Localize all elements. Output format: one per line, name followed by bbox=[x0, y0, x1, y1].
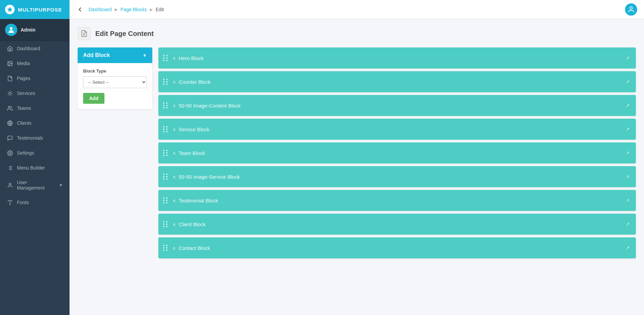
svg-marker-0 bbox=[7, 7, 13, 12]
sidebar-item-fonts-label: Fonts bbox=[17, 200, 63, 205]
drag-handle-counter[interactable] bbox=[163, 79, 168, 85]
app-logo bbox=[5, 5, 15, 14]
sidebar-item-testimonials[interactable]: Testimonials bbox=[0, 131, 70, 145]
user-icon bbox=[7, 182, 13, 188]
breadcrumb-page-blocks[interactable]: Page Blocks bbox=[120, 7, 147, 12]
block-collapse-icon-counter: ∧ bbox=[173, 79, 176, 84]
block-label-contact: Contact Block bbox=[179, 245, 624, 251]
back-button[interactable] bbox=[76, 6, 84, 13]
chat-icon bbox=[7, 135, 13, 141]
page-title-row: Edit Page Content bbox=[78, 27, 636, 40]
home-icon bbox=[7, 45, 13, 52]
sidebar-item-services-label: Services bbox=[17, 91, 63, 96]
block-collapse-icon-service: ∧ bbox=[173, 127, 176, 132]
drag-handle-service[interactable] bbox=[163, 126, 168, 132]
globe-icon bbox=[7, 120, 13, 126]
sidebar-header: MULTIPURPOSE bbox=[0, 0, 70, 19]
drag-handle-hero[interactable] bbox=[163, 55, 168, 61]
block-type-select[interactable]: -- Select -- Hero Block Counter Block 50… bbox=[83, 76, 147, 88]
topbar-avatar[interactable] bbox=[625, 3, 637, 16]
sidebar-item-services[interactable]: Services bbox=[0, 86, 70, 101]
block-expand-button-team[interactable]: ↗ bbox=[624, 149, 631, 157]
block-row-testimonial: ∧ Testimonial Block ↗ bbox=[158, 190, 636, 211]
list-icon bbox=[7, 165, 13, 171]
drag-handle-contact[interactable] bbox=[163, 245, 168, 251]
add-block-header: Add Block ▼ bbox=[78, 47, 152, 63]
drag-handle-image-service[interactable] bbox=[163, 174, 168, 180]
block-label-client: Client Block bbox=[179, 221, 624, 227]
svg-line-12 bbox=[12, 91, 12, 92]
sidebar-item-pages-label: Pages bbox=[17, 76, 63, 81]
block-expand-button-image-content[interactable]: ↗ bbox=[624, 101, 631, 110]
block-row-team: ∧ Team Block ↗ bbox=[158, 142, 636, 163]
edit-layout: Add Block ▼ Block Type -- Select -- Hero… bbox=[78, 47, 636, 258]
blocks-list: ∧ Hero Block ↗ ∧ Counter Block bbox=[158, 47, 636, 258]
sidebar-item-dashboard-label: Dashboard bbox=[17, 46, 63, 51]
chevron-down-icon: ▼ bbox=[59, 183, 63, 187]
block-row-service: ∧ Service Block ↗ bbox=[158, 119, 636, 140]
block-expand-button-contact[interactable]: ↗ bbox=[624, 244, 631, 252]
sidebar-item-teams-label: Teams bbox=[17, 105, 63, 111]
drag-handle-client[interactable] bbox=[163, 221, 168, 227]
breadcrumb: Dashboard ► Page Blocks ► Edit bbox=[89, 7, 164, 12]
block-collapse-icon-image-content: ∧ bbox=[173, 103, 176, 108]
block-label-hero: Hero Block bbox=[179, 55, 624, 61]
user-name: Admin bbox=[21, 27, 36, 33]
app-name: MULTIPURPOSE bbox=[18, 7, 62, 13]
block-row-contact: ∧ Contact Block ↗ bbox=[158, 237, 636, 258]
edit-page-icon bbox=[78, 27, 91, 40]
breadcrumb-sep-2: ► bbox=[149, 7, 154, 12]
sidebar-item-testimonials-label: Testimonials bbox=[17, 135, 63, 141]
block-expand-button-image-service[interactable]: ↗ bbox=[624, 173, 631, 181]
topbar-right bbox=[625, 3, 637, 16]
block-expand-button-service[interactable]: ↗ bbox=[624, 125, 631, 133]
person-icon bbox=[7, 105, 13, 111]
block-expand-button-counter[interactable]: ↗ bbox=[624, 78, 631, 86]
breadcrumb-dashboard[interactable]: Dashboard bbox=[89, 7, 112, 12]
block-label-image-content: 50-50 Image-Content Block bbox=[179, 103, 624, 109]
svg-point-3 bbox=[8, 62, 9, 63]
topbar: Dashboard ► Page Blocks ► Edit bbox=[70, 0, 644, 19]
svg-line-7 bbox=[8, 91, 8, 92]
block-label-image-service: 50-50 Image-Service Block bbox=[179, 174, 624, 180]
block-row-client: ∧ Client Block ↗ bbox=[158, 214, 636, 235]
main-area: Dashboard ► Page Blocks ► Edit Edit Page… bbox=[70, 0, 644, 315]
file-icon bbox=[7, 75, 13, 81]
gear-icon bbox=[7, 150, 13, 156]
sidebar-item-dashboard[interactable]: Dashboard bbox=[0, 41, 70, 56]
bulb-icon bbox=[7, 90, 13, 96]
block-expand-button-testimonial[interactable]: ↗ bbox=[624, 196, 631, 204]
sidebar-item-fonts[interactable]: Fonts bbox=[0, 195, 70, 210]
block-expand-button-client[interactable]: ↗ bbox=[624, 220, 631, 228]
drag-handle-testimonial[interactable] bbox=[163, 197, 168, 203]
sidebar-user: Admin bbox=[0, 19, 70, 41]
block-expand-button-hero[interactable]: ↗ bbox=[624, 54, 631, 62]
svg-point-13 bbox=[8, 106, 10, 108]
sidebar-item-user-management[interactable]: User Management ▼ bbox=[0, 175, 70, 195]
block-collapse-icon-hero: ∧ bbox=[173, 56, 176, 61]
sidebar-item-menu-builder[interactable]: Menu Builder bbox=[0, 160, 70, 175]
svg-point-23 bbox=[9, 183, 11, 185]
font-icon bbox=[7, 199, 13, 205]
image-icon bbox=[7, 60, 13, 66]
add-block-panel: Add Block ▼ Block Type -- Select -- Hero… bbox=[78, 47, 152, 109]
add-block-body: Block Type -- Select -- Hero Block Count… bbox=[78, 63, 152, 109]
sidebar-item-media[interactable]: Media bbox=[0, 56, 70, 71]
sidebar-item-settings-label: Settings bbox=[17, 150, 63, 156]
block-row-counter: ∧ Counter Block ↗ bbox=[158, 71, 636, 92]
svg-point-1 bbox=[10, 27, 13, 30]
block-label-service: Service Block bbox=[179, 126, 624, 132]
block-type-label: Block Type bbox=[83, 68, 147, 74]
sidebar-item-clients[interactable]: Clients bbox=[0, 116, 70, 131]
sidebar-item-settings[interactable]: Settings bbox=[0, 145, 70, 160]
block-label-testimonial: Testimonial Block bbox=[179, 198, 624, 203]
add-block-button[interactable]: Add bbox=[83, 93, 104, 104]
block-collapse-icon-client: ∧ bbox=[173, 222, 176, 227]
breadcrumb-sep-1: ► bbox=[114, 7, 119, 12]
drag-handle-team[interactable] bbox=[163, 150, 168, 156]
add-block-header-label: Add Block bbox=[83, 52, 110, 58]
sidebar-item-teams[interactable]: Teams bbox=[0, 101, 70, 116]
sidebar-item-pages[interactable]: Pages bbox=[0, 71, 70, 86]
block-collapse-icon-contact: ∧ bbox=[173, 245, 176, 251]
drag-handle-image-content[interactable] bbox=[163, 102, 168, 109]
